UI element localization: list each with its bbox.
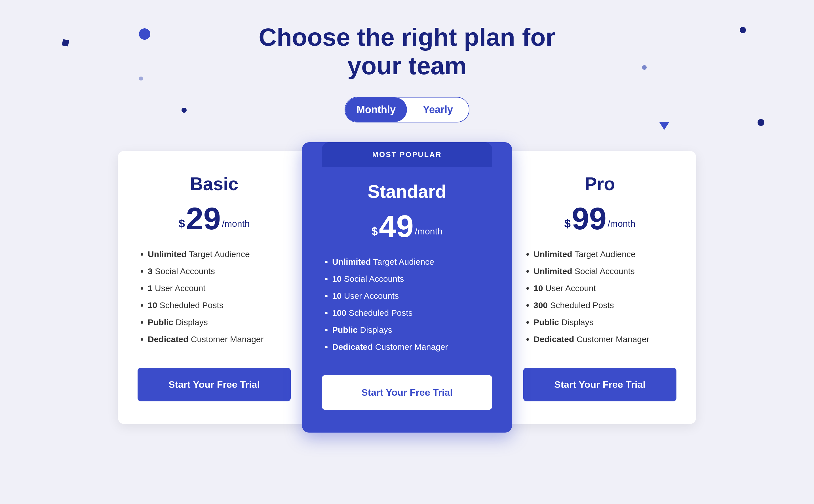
deco-dot-1 — [139, 28, 150, 40]
toggle-yearly[interactable]: Yearly — [407, 98, 469, 122]
feature-standard-4: 100 Scheduled Posts — [332, 307, 492, 319]
feature-pro-6: Dedicated Customer Manager — [534, 333, 676, 345]
feature-basic-1: Unlimited Target Audience — [148, 248, 291, 260]
toggle-monthly[interactable]: Monthly — [345, 98, 407, 122]
price-amount-pro: 99 — [572, 203, 606, 234]
plan-name-standard: Standard — [367, 181, 446, 202]
plan-card-basic: Basic $ 29 /month Unlimited Target Audie… — [118, 151, 310, 424]
price-period-basic: /month — [222, 219, 249, 229]
feature-pro-1: Unlimited Target Audience — [534, 248, 676, 260]
feature-standard-5: Public Displays — [332, 324, 492, 336]
feature-pro-3: 10 User Account — [534, 282, 676, 294]
plans-container: Basic $ 29 /month Unlimited Target Audie… — [95, 151, 719, 424]
price-row-basic: $ 29 /month — [179, 203, 249, 234]
price-row-pro: $ 99 /month — [565, 203, 635, 234]
price-dollar-pro: $ — [565, 217, 571, 230]
plan-name-basic: Basic — [190, 173, 238, 194]
feature-basic-3: 1 User Account — [148, 282, 291, 294]
billing-toggle[interactable]: Monthly Yearly — [344, 97, 470, 122]
deco-dot-small-1 — [139, 77, 143, 81]
cta-pro[interactable]: Start Your Free Trial — [523, 368, 676, 401]
price-amount-standard: 49 — [379, 211, 414, 242]
feature-standard-1: Unlimited Target Audience — [332, 256, 492, 268]
feature-pro-4: 300 Scheduled Posts — [534, 299, 676, 311]
feature-basic-4: 10 Scheduled Posts — [148, 299, 291, 311]
page-title: Choose the right plan foryour team — [259, 23, 555, 80]
deco-triangle-1 — [659, 122, 669, 130]
plan-name-pro: Pro — [585, 173, 615, 194]
feature-pro-2: Unlimited Social Accounts — [534, 265, 676, 277]
price-amount-basic: 29 — [186, 203, 221, 234]
features-list-standard: Unlimited Target Audience 10 Social Acco… — [322, 256, 492, 358]
feature-standard-2: 10 Social Accounts — [332, 273, 492, 285]
feature-pro-5: Public Displays — [534, 316, 676, 328]
feature-basic-6: Dedicated Customer Manager — [148, 333, 291, 345]
feature-standard-3: 10 User Accounts — [332, 290, 492, 302]
plan-card-standard: MOST POPULAR Standard $ 49 /month Unlimi… — [302, 142, 512, 433]
deco-dot-2 — [740, 27, 746, 33]
deco-dot-4 — [642, 65, 647, 70]
price-dollar-basic: $ — [179, 217, 185, 230]
cta-basic[interactable]: Start Your Free Trial — [138, 368, 291, 401]
deco-square-1 — [62, 39, 69, 46]
price-row-standard: $ 49 /month — [371, 211, 443, 242]
price-period-pro: /month — [608, 219, 635, 229]
most-popular-badge: MOST POPULAR — [322, 142, 492, 167]
features-list-basic: Unlimited Target Audience 3 Social Accou… — [138, 248, 291, 350]
deco-dot-5 — [758, 119, 764, 126]
deco-dot-3 — [181, 108, 187, 113]
plan-card-pro: Pro $ 99 /month Unlimited Target Audienc… — [504, 151, 696, 424]
price-dollar-standard: $ — [371, 225, 378, 238]
price-period-standard: /month — [415, 226, 443, 237]
cta-standard[interactable]: Start Your Free Trial — [322, 375, 492, 410]
page-wrapper: Choose the right plan foryour team Month… — [0, 0, 814, 504]
features-list-pro: Unlimited Target Audience Unlimited Soci… — [523, 248, 676, 350]
feature-basic-2: 3 Social Accounts — [148, 265, 291, 277]
feature-standard-6: Dedicated Customer Manager — [332, 341, 492, 353]
feature-basic-5: Public Displays — [148, 316, 291, 328]
